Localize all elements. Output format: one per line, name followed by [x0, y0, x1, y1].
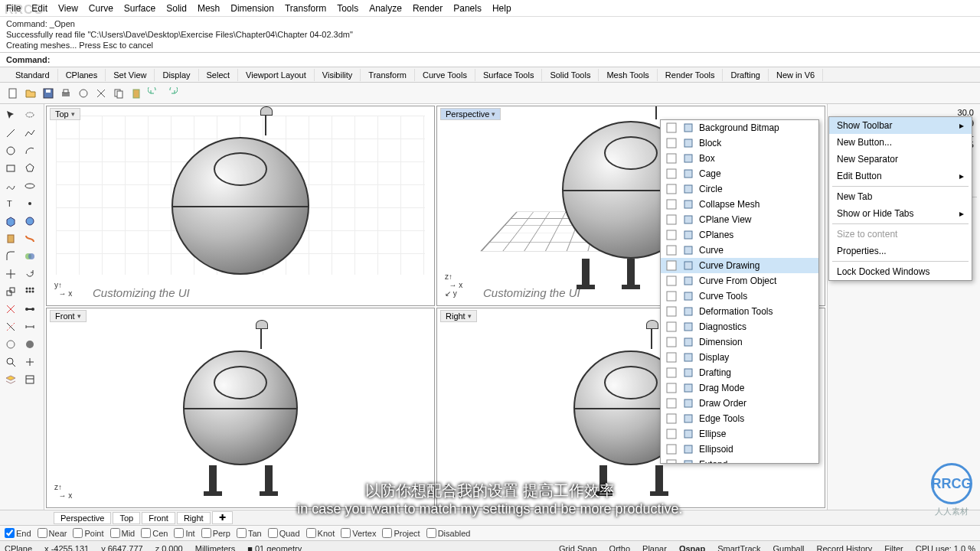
osnap-int[interactable]: Int: [174, 528, 194, 538]
toolbar-list-item[interactable]: Deformation Tools: [661, 304, 818, 319]
menu-panels[interactable]: Panels: [453, 3, 482, 14]
tab-visibility[interactable]: Visibility: [315, 69, 361, 81]
viewport-label-top[interactable]: Top▾: [50, 108, 80, 120]
status-filter[interactable]: Filter: [884, 544, 903, 552]
toolbar-list-item[interactable]: Curve From Object: [661, 273, 818, 289]
toolbar-list-item[interactable]: Dimension: [661, 334, 818, 350]
toolbar-list-item[interactable]: Block: [661, 135, 818, 151]
tab-standard[interactable]: Standard: [8, 69, 58, 81]
tab-new-v6[interactable]: New in V6: [769, 69, 823, 81]
osnap-perp[interactable]: Perp: [201, 528, 230, 538]
osnap-tan[interactable]: Tan: [237, 528, 262, 538]
menu-render[interactable]: Render: [413, 3, 443, 14]
toolbar-list-item[interactable]: Box: [661, 151, 818, 166]
trim-icon[interactable]: [2, 318, 20, 335]
status-gridsnap[interactable]: Grid Snap: [559, 544, 597, 552]
toolbar-list-item[interactable]: Draw Order: [661, 396, 818, 411]
toolbar-list-item[interactable]: CPlanes: [661, 227, 818, 243]
ellipse-icon[interactable]: [21, 178, 39, 194]
toolbar-list-item[interactable]: Cage: [661, 166, 818, 181]
curve-icon[interactable]: [2, 178, 20, 194]
menu-curve[interactable]: Curve: [89, 3, 113, 14]
extrude-icon[interactable]: [2, 230, 20, 247]
cut-icon[interactable]: [93, 85, 109, 102]
lasso-icon[interactable]: [21, 107, 39, 124]
dim-icon[interactable]: [21, 318, 39, 335]
scale-icon[interactable]: [2, 283, 20, 300]
menu-surface[interactable]: Surface: [124, 3, 155, 14]
point-icon[interactable]: [21, 195, 39, 212]
menu-view[interactable]: View: [58, 3, 78, 14]
tab-setview[interactable]: Set View: [106, 69, 155, 81]
vtab-top[interactable]: Top: [113, 512, 140, 524]
paste-icon[interactable]: [128, 85, 145, 102]
status-smarttrack[interactable]: SmartTrack: [717, 544, 760, 552]
sphere-icon[interactable]: [21, 213, 39, 230]
context-menu-item[interactable]: Show or Hide Tabs▸: [829, 205, 972, 222]
pointer-icon[interactable]: [2, 107, 20, 124]
status-units[interactable]: Millimeters: [195, 544, 236, 552]
vtab-add[interactable]: ✚: [212, 511, 233, 524]
tab-viewport-layout[interactable]: Viewport Layout: [238, 69, 315, 81]
new-icon[interactable]: [5, 85, 21, 102]
toolbar-list-item[interactable]: Extend: [661, 457, 818, 464]
viewport-label-right[interactable]: Right▾: [440, 310, 477, 322]
osnap-near[interactable]: Near: [38, 528, 67, 538]
context-menu-item[interactable]: Edit Button▸: [829, 168, 972, 184]
osnap-point[interactable]: Point: [73, 528, 103, 538]
menu-solid[interactable]: Solid: [166, 3, 187, 14]
explode-icon[interactable]: [2, 301, 20, 318]
status-history[interactable]: Record History: [817, 544, 873, 552]
toolbar-list-item[interactable]: CPlane View: [661, 212, 818, 227]
pan-icon[interactable]: [21, 354, 39, 370]
tab-cplanes[interactable]: CPlanes: [58, 69, 106, 81]
menu-edit[interactable]: Edit: [31, 3, 47, 14]
osnap-vertex[interactable]: Vertex: [341, 528, 376, 538]
fillet-icon[interactable]: [2, 248, 20, 265]
toolbar-icon[interactable]: [75, 85, 92, 102]
boolean-icon[interactable]: [21, 248, 39, 265]
osnap-cen[interactable]: Cen: [141, 528, 168, 538]
context-menu-item[interactable]: Show Toolbar▸: [829, 117, 972, 134]
polyline-icon[interactable]: [21, 125, 39, 142]
open-icon[interactable]: [22, 85, 39, 102]
osnap-project[interactable]: Project: [382, 528, 420, 538]
menu-transform[interactable]: Transform: [285, 3, 326, 14]
toolbar-list-item[interactable]: Ellipse: [661, 426, 818, 442]
tab-solid-tools[interactable]: Solid Tools: [542, 69, 599, 81]
command-prompt[interactable]: Command:: [0, 53, 980, 67]
status-planar[interactable]: Planar: [642, 544, 667, 552]
status-gumball[interactable]: Gumball: [773, 544, 805, 552]
toolbar-list-item[interactable]: Display: [661, 350, 818, 365]
toolbar-list-item[interactable]: Background Bitmap: [661, 120, 818, 135]
context-menu-item[interactable]: Lock Docked Windows: [829, 263, 972, 280]
osnap-disabled[interactable]: Disabled: [426, 528, 471, 538]
toolbar-list-item[interactable]: Collapse Mesh: [661, 197, 818, 212]
toolbar-list-item[interactable]: Curve Drawing: [661, 258, 818, 273]
text-icon[interactable]: T: [2, 195, 20, 212]
save-icon[interactable]: [40, 85, 57, 102]
menu-dimension[interactable]: Dimension: [230, 3, 274, 14]
print-icon[interactable]: [57, 85, 74, 102]
osnap-quad[interactable]: Quad: [268, 528, 300, 538]
zoom-icon[interactable]: [2, 354, 20, 370]
viewport-label-front[interactable]: Front▾: [50, 310, 87, 322]
toolbar-list-item[interactable]: Drag Mode: [661, 380, 818, 396]
tab-select[interactable]: Select: [199, 69, 239, 81]
array-icon[interactable]: [21, 283, 39, 300]
menu-tools[interactable]: Tools: [337, 3, 358, 14]
status-layer[interactable]: ■ 01 geometry: [247, 544, 302, 552]
tab-mesh-tools[interactable]: Mesh Tools: [599, 69, 657, 81]
osnap-end[interactable]: End: [5, 528, 31, 538]
context-menu-item[interactable]: New Tab: [829, 188, 972, 205]
rotate-icon[interactable]: [21, 266, 39, 282]
circle-icon[interactable]: [2, 142, 20, 159]
context-menu-item[interactable]: Properties...: [829, 243, 972, 259]
box-icon[interactable]: [2, 213, 20, 230]
polygon-icon[interactable]: [21, 160, 39, 177]
osnap-knot[interactable]: Knot: [306, 528, 335, 538]
tab-curve-tools[interactable]: Curve Tools: [415, 69, 475, 81]
context-menu-item[interactable]: New Button...: [829, 134, 972, 151]
render-icon[interactable]: [2, 336, 20, 353]
redo-icon[interactable]: [163, 85, 180, 102]
